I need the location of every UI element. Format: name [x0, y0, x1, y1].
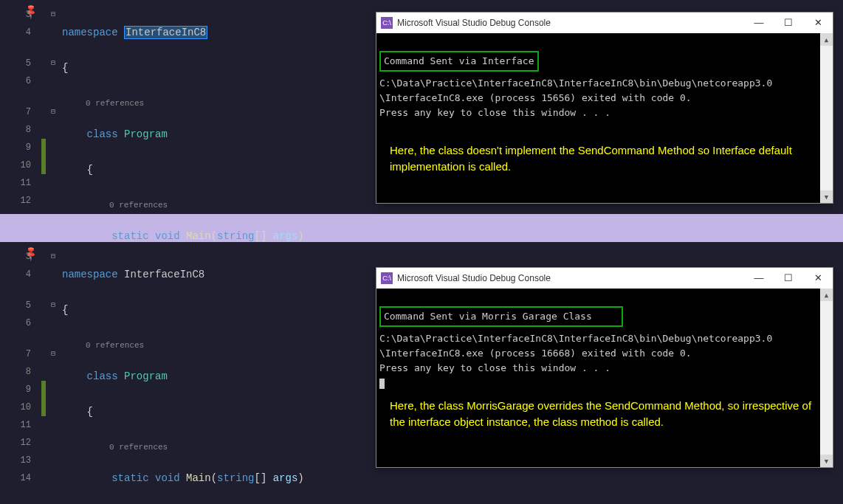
line-number: 10 [0, 156, 31, 174]
line-number: 6 [0, 72, 31, 90]
minimize-button[interactable]: — [744, 268, 774, 289]
console-line: \InterfaceInC8.exe (process 15656) exite… [379, 92, 692, 103]
line-number: 8 [0, 121, 31, 139]
line-number: 13 [0, 452, 31, 469]
code-editor-bottom[interactable]: 📌 3 4 5 6 7 8 9 10 11 12 13 14 ⊟ ⊟ ⊟ nam… [0, 242, 843, 504]
console-line: C:\Data\Practice\InterfaceInC8\Interface… [379, 77, 772, 89]
fold-toggle-icon[interactable]: ⊟ [47, 248, 59, 266]
namespace-name: InterfaceInC8 [124, 26, 207, 39]
cursor-icon [379, 379, 385, 389]
line-number: 5 [0, 55, 31, 72]
scroll-up-icon[interactable]: ▲ [820, 33, 833, 46]
codelens-references[interactable]: 0 references [62, 196, 317, 210]
console-scrollbar[interactable]: ▲ ▼ [820, 33, 833, 203]
console-output[interactable]: Command Sent via Interface C:\Data\Pract… [376, 33, 833, 203]
fold-toggle-icon[interactable]: ⊟ [47, 345, 59, 363]
fold-gutter: ⊟ ⊟ ⊟ [47, 6, 59, 121]
keyword: void [155, 472, 180, 484]
console-line: \InterfaceInC8.exe (process 16668) exite… [379, 348, 692, 359]
line-number: 8 [0, 363, 31, 381]
line-number: 9 [0, 381, 31, 398]
highlighted-output: Command Sent via Interface [379, 51, 539, 72]
keyword: class [87, 370, 118, 382]
keyword: class [87, 128, 118, 140]
console-line: Press any key to close this window . . . [379, 362, 610, 373]
method-name: Main [186, 230, 211, 242]
maximize-button[interactable]: ☐ [774, 268, 803, 289]
line-number: 6 [0, 314, 31, 332]
scroll-up-icon[interactable]: ▲ [820, 289, 833, 301]
namespace-name: InterfaceInC8 [124, 269, 204, 280]
debug-console-window-top[interactable]: C:\ Microsoft Visual Studio Debug Consol… [376, 12, 833, 204]
code-text[interactable]: namespace InterfaceInC8 { 0 references c… [62, 248, 317, 504]
vs-icon: C:\ [381, 272, 393, 284]
close-button[interactable]: ✕ [803, 268, 833, 289]
fold-toggle-icon[interactable]: ⊟ [47, 6, 59, 24]
line-number: 7 [0, 345, 31, 363]
line-number-gutter: 3 4 5 6 7 8 9 10 11 12 13 14 [0, 248, 35, 487]
line-number: 11 [0, 416, 31, 434]
codelens-references[interactable]: 0 references [62, 438, 317, 452]
highlighted-output: Command Sent via Morris Garage Class [379, 306, 623, 327]
console-line: C:\Data\Practice\InterfaceInC8\Interface… [379, 333, 772, 344]
fold-toggle-icon[interactable]: ⊟ [47, 55, 59, 72]
keyword: namespace [62, 269, 118, 280]
debug-console-window-bottom[interactable]: C:\ Microsoft Visual Studio Debug Consol… [376, 267, 833, 468]
console-title: Microsoft Visual Studio Debug Console [397, 269, 744, 287]
line-number: 9 [0, 139, 31, 156]
scroll-down-icon[interactable]: ▼ [820, 190, 833, 203]
line-number: 5 [0, 297, 31, 314]
parameter: args [273, 230, 298, 242]
code-editor-top[interactable]: 📌 3 4 5 6 7 8 9 10 11 12 ⊟ ⊟ ⊟ namespace… [0, 0, 843, 214]
minimize-button[interactable]: — [744, 13, 774, 33]
keyword: void [155, 230, 180, 242]
line-number-gutter: 3 4 5 6 7 8 9 10 11 12 [0, 6, 35, 210]
line-number: 7 [0, 103, 31, 121]
line-number: 12 [0, 434, 31, 452]
vs-icon: C:\ [381, 17, 393, 29]
line-number: 3 [0, 248, 31, 266]
keyword: string [217, 472, 254, 484]
console-output[interactable]: Command Sent via Morris Garage Class C:\… [376, 289, 833, 467]
method-name: Main [186, 472, 211, 484]
line-number: 4 [0, 266, 31, 283]
console-line: Press any key to close this window . . . [379, 107, 610, 118]
line-number: 14 [0, 469, 31, 487]
close-button[interactable]: ✕ [803, 13, 833, 33]
line-number: 12 [0, 192, 31, 210]
annotation-text: Here, the class doesn't implement the Se… [379, 135, 833, 182]
line-number: 10 [0, 398, 31, 416]
console-titlebar[interactable]: C:\ Microsoft Visual Studio Debug Consol… [376, 13, 833, 33]
keyword: namespace [62, 27, 118, 38]
console-titlebar[interactable]: C:\ Microsoft Visual Studio Debug Consol… [376, 268, 833, 289]
console-scrollbar[interactable]: ▲ ▼ [820, 289, 833, 467]
codelens-references[interactable]: 0 references [62, 94, 317, 108]
change-indicator [41, 381, 46, 416]
keyword: static [111, 230, 148, 242]
scroll-down-icon[interactable]: ▼ [820, 455, 833, 467]
parameter: args [273, 472, 298, 484]
class-name: Program [124, 128, 168, 140]
line-number: 11 [0, 174, 31, 192]
line-number: 4 [0, 24, 31, 41]
fold-toggle-icon[interactable]: ⊟ [47, 297, 59, 314]
fold-gutter: ⊟ ⊟ ⊟ [47, 248, 59, 363]
class-name: Program [124, 370, 168, 382]
fold-toggle-icon[interactable]: ⊟ [47, 103, 59, 121]
change-indicator [41, 139, 46, 174]
keyword: string [217, 230, 254, 242]
line-number: 3 [0, 6, 31, 24]
codelens-references[interactable]: 0 references [62, 336, 317, 350]
keyword: static [111, 472, 148, 484]
maximize-button[interactable]: ☐ [774, 13, 803, 33]
annotation-text: Here, the class MorrisGarage overrides t… [379, 390, 833, 438]
console-title: Microsoft Visual Studio Debug Console [397, 14, 744, 32]
